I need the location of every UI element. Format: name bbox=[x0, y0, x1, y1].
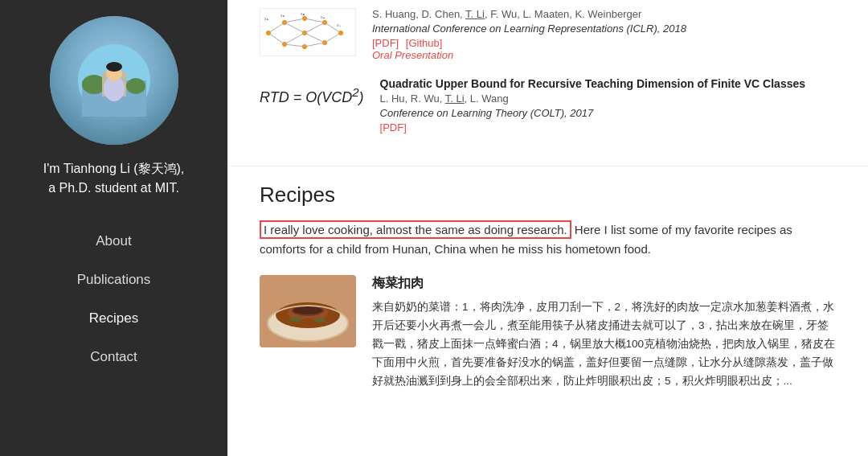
pub-authors-2: L. Hu, R. Wu, T. Li, L. Wang bbox=[380, 92, 806, 105]
recipe-image bbox=[260, 275, 356, 347]
svg-point-3 bbox=[126, 78, 145, 94]
svg-text:x₄: x₄ bbox=[321, 14, 325, 19]
svg-line-24 bbox=[285, 23, 305, 33]
github-link-1[interactable]: [Github] bbox=[406, 37, 443, 49]
svg-line-29 bbox=[305, 33, 325, 43]
svg-line-22 bbox=[268, 33, 285, 44]
svg-point-44 bbox=[293, 306, 322, 314]
sidebar-item-about[interactable]: About bbox=[0, 222, 227, 261]
svg-text:x₂: x₂ bbox=[280, 13, 285, 18]
recipes-title: Recipes bbox=[260, 183, 836, 207]
pub-oral-tag: Oral Presentation bbox=[372, 49, 686, 61]
svg-point-45 bbox=[289, 317, 302, 322]
pub-links-2: [PDF] bbox=[380, 121, 806, 134]
svg-line-25 bbox=[285, 33, 305, 44]
pdf-link-1[interactable]: [PDF] bbox=[372, 37, 399, 49]
recipe-card-meicai: 梅菜扣肉 来自奶奶的菜谱：1，将肉洗净，皮用刀刮一下，2，将洗好的肉放一定凉水加… bbox=[260, 275, 836, 391]
pub-thumbnail-1: x₁ x₂ x₃ x₄ x₅ bbox=[260, 8, 356, 56]
svg-line-26 bbox=[285, 44, 305, 47]
sidebar: I'm Tianhong Li (黎天鸿), a Ph.D. student a… bbox=[0, 0, 227, 456]
recipe-content: 梅菜扣肉 来自奶奶的菜谱：1，将肉洗净，皮用刀刮一下，2，将洗好的肉放一定凉水加… bbox=[372, 275, 836, 391]
main-content: x₁ x₂ x₃ x₄ x₅ S. Huang, D. Chen, T. Li,… bbox=[227, 0, 868, 456]
recipe-text: 来自奶奶的菜谱：1，将肉洗净，皮用刀刮一下，2，将洗好的肉放一定凉水加葱姜料酒煮… bbox=[372, 298, 836, 391]
pub-info-1: S. Huang, D. Chen, T. Li, F. Wu, L. Maat… bbox=[372, 8, 686, 61]
svg-line-28 bbox=[305, 23, 325, 33]
avatar bbox=[50, 16, 178, 145]
sidebar-item-contact[interactable]: Contact bbox=[0, 338, 227, 376]
svg-line-32 bbox=[325, 33, 341, 43]
pub-authors-1: S. Huang, D. Chen, T. Li, F. Wu, L. Maat… bbox=[372, 8, 686, 20]
recipes-highlight: I really love cooking, almost the same a… bbox=[260, 220, 571, 239]
pub-venue-1: International Conference on Learning Rep… bbox=[372, 23, 686, 35]
pdf-link-2[interactable]: [PDF] bbox=[380, 121, 407, 134]
author-name: I'm Tianhong Li (黎天鸿), a Ph.D. student a… bbox=[27, 159, 201, 198]
publications-section: x₁ x₂ x₃ x₄ x₅ S. Huang, D. Chen, T. Li,… bbox=[227, 0, 868, 166]
pub-venue-2: Conference on Learning Theory (COLT), 20… bbox=[380, 107, 806, 119]
recipes-section: Recipes I really love cooking, almost th… bbox=[227, 166, 868, 407]
svg-line-21 bbox=[268, 23, 285, 33]
pub-title-main-2: Quadratic Upper Bound for Recursive Teac… bbox=[380, 77, 806, 90]
svg-line-30 bbox=[305, 43, 325, 47]
sidebar-item-publications[interactable]: Publications bbox=[0, 261, 227, 299]
svg-text:x₁: x₁ bbox=[264, 16, 268, 21]
publication-entry-1: x₁ x₂ x₃ x₄ x₅ S. Huang, D. Chen, T. Li,… bbox=[260, 8, 836, 61]
pub-links-1: [PDF] [Github] bbox=[372, 37, 686, 49]
recipe-title: 梅菜扣肉 bbox=[372, 275, 836, 292]
svg-text:x₃: x₃ bbox=[301, 11, 305, 16]
recipes-intro: I really love cooking, almost the same a… bbox=[260, 220, 836, 259]
sidebar-nav: About Publications Recipes Contact bbox=[0, 222, 227, 376]
sidebar-item-recipes[interactable]: Recipes bbox=[0, 299, 227, 338]
svg-point-46 bbox=[314, 318, 326, 322]
svg-text:x₅: x₅ bbox=[337, 23, 341, 27]
svg-line-23 bbox=[285, 18, 305, 23]
svg-point-9 bbox=[106, 62, 122, 72]
pub-formula-2: RTD = O(VCD2) bbox=[260, 77, 364, 114]
publication-entry-2: RTD = O(VCD2) Quadratic Upper Bound for … bbox=[260, 77, 836, 134]
pub-info-2: Quadratic Upper Bound for Recursive Teac… bbox=[380, 77, 806, 134]
